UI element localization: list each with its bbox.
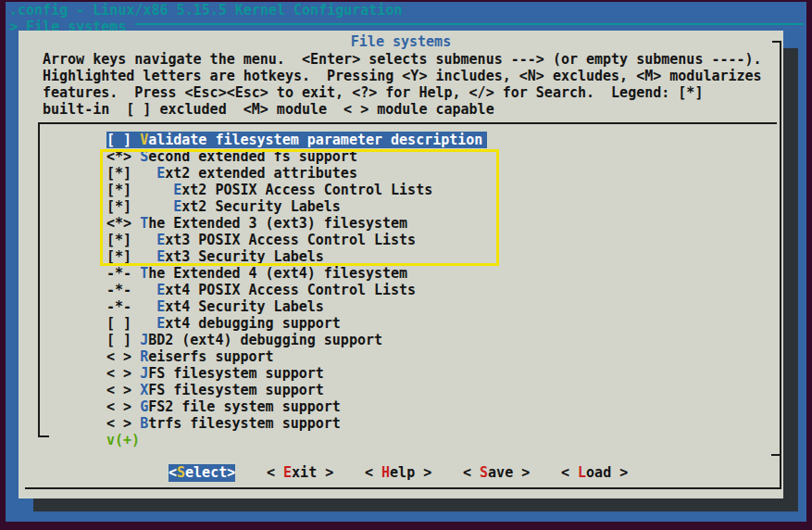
hotkey-letter: V [140,132,148,148]
terminal-backtitle: .config - Linux/x86 5.15.5 Kernel Config… [9,2,402,19]
menu-item[interactable]: [ ] Validate filesystem parameter descri… [106,132,487,148]
hotkey-letter: E [156,232,165,248]
menubox-border-left [38,122,40,436]
dialog-help-text: Arrow keys navigate the menu. <Enter> se… [43,51,762,118]
dialog-border-bottom [25,487,781,489]
hotkey-letter: X [140,382,148,398]
hotkey-letter: J [140,332,148,348]
dialog-title: File systems [19,33,783,50]
menu-item[interactable]: [ ] Ext4 debugging support [106,315,341,332]
menu-item[interactable]: [*] Ext2 Security Labels [106,198,341,215]
hotkey-letter: B [140,415,148,432]
menubox-border-corner [38,435,49,437]
hotkey-letter: T [140,265,148,282]
menu-item[interactable]: -*- Ext4 Security Labels [106,298,324,315]
menu-item[interactable]: <*> The Extended 3 (ext3) filesystem [106,215,407,232]
hotkey-letter: T [140,215,148,232]
button-separator-tick [771,454,780,456]
hotkey-letter: S [140,148,148,165]
hotkey-letter: E [156,248,165,265]
hotkey-letter: H [381,464,390,481]
menu-item[interactable]: <*> Second extended fs support [106,148,357,165]
menu-item[interactable]: [*] Ext2 extended attributes [106,165,357,182]
help-line: Highlighted letters are hotkeys. Pressin… [43,68,762,84]
menu-item[interactable]: < > JFS filesystem support [106,365,324,382]
menu-item[interactable]: < > XFS filesystem support [106,382,324,398]
hotkey-letter: E [173,182,181,198]
save-button[interactable]: < Save > [463,464,530,482]
hotkey-letter: L [578,464,586,481]
exit-button[interactable]: < Exit > [267,464,333,482]
hotkey-letter: E [156,315,165,332]
help-line: Arrow keys navigate the menu. <Enter> se… [43,51,762,68]
hotkey-letter: R [140,348,148,365]
hotkey-letter: S [177,464,185,481]
select-button[interactable]: <Select> [169,464,235,482]
hotkey-letter: E [173,198,181,215]
hotkey-letter: E [283,464,292,481]
hotkey-letter: G [140,398,148,415]
menubox-border-top [38,122,777,124]
help-button[interactable]: < Help > [365,464,431,482]
file-systems-dialog: File systems Arrow keys navigate the men… [19,31,783,498]
menu-list: [ ] Validate filesystem parameter descri… [106,132,487,432]
menu-item[interactable]: < > GFS2 file system support [106,398,341,415]
menu-item[interactable]: < > Reiserfs support [106,348,274,365]
hotkey-letter: E [156,282,165,298]
help-line: features. Press <Esc><Esc> to exit, <?> … [43,84,762,101]
scroll-more-indicator: v(+) [106,432,140,448]
load-button[interactable]: < Load > [561,464,628,482]
screen-frame: .config - Linux/x86 5.15.5 Kernel Config… [0,0,812,530]
menu-item[interactable]: < > Btrfs filesystem support [106,415,341,432]
menu-item[interactable]: [ ] JBD2 (ext4) debugging support [106,332,382,348]
menu-item[interactable]: [*] Ext3 Security Labels [106,248,324,265]
menu-item[interactable]: [*] Ext2 POSIX Access Control Lists [106,182,432,198]
breadcrumb-rule [135,23,804,25]
menu-item[interactable]: -*- The Extended 4 (ext4) filesystem [106,265,407,282]
help-line: built-in [ ] excluded <M> module < > mod… [43,101,762,118]
dialog-border-right [780,41,781,489]
hotkey-letter: S [480,464,488,481]
menu-item[interactable]: -*- Ext4 POSIX Access Control Lists [106,282,416,298]
hotkey-letter: E [156,165,165,182]
hotkey-letter: E [156,298,165,315]
dialog-border-corner [772,41,781,43]
hotkey-letter: J [140,365,148,382]
menu-item[interactable]: [*] Ext3 POSIX Access Control Lists [106,232,416,248]
